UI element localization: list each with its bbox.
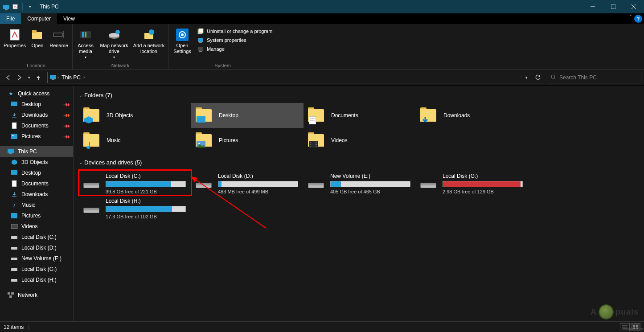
minimize-button[interactable] (582, 0, 603, 13)
recent-locations-button[interactable]: ▾ (26, 72, 32, 83)
folder-item[interactable]: Videos (304, 128, 416, 153)
tab-view[interactable]: View (57, 13, 81, 24)
svg-rect-30 (52, 79, 54, 80)
ribbon-group-system-label: System (170, 62, 275, 68)
sidebar-thispc[interactable]: This PC (0, 146, 73, 157)
tab-computer[interactable]: Computer (21, 13, 57, 24)
svg-rect-72 (636, 325, 638, 327)
folder-item[interactable]: Documents (304, 103, 416, 128)
close-button[interactable] (623, 0, 644, 13)
drive-item[interactable]: Local Disk (H:) 17.3 GB free of 102 GB (79, 195, 191, 220)
sidebar-disk-g[interactable]: Local Disk (G:) (0, 264, 73, 275)
svg-rect-13 (82, 32, 84, 37)
drive-usage-bar (330, 181, 410, 187)
breadcrumb-thispc[interactable]: This PC (59, 74, 83, 81)
access-media-button[interactable]: Access media▾ (74, 26, 97, 62)
drive-item[interactable]: New Volume (E:) 405 GB free of 465 GB (304, 170, 416, 195)
sidebar-disk-d[interactable]: Local Disk (D:) (0, 242, 73, 253)
maximize-button[interactable] (603, 0, 623, 13)
desktop-icon (11, 101, 18, 108)
forward-button[interactable] (14, 72, 25, 83)
sidebar-disk-e[interactable]: New Volume (E:) (0, 253, 73, 264)
desktop-icon (11, 169, 18, 176)
drive-free-text: 2.98 GB free of 129 GB (443, 189, 525, 194)
navbar: ▾ › This PC › ▾ Search This PC (0, 70, 644, 86)
open-settings-button[interactable]: Open Settings (170, 26, 194, 56)
sidebar-pictures2[interactable]: Pictures (0, 210, 73, 221)
properties-button[interactable]: Properties (2, 26, 28, 50)
svg-rect-28 (199, 51, 202, 52)
collapse-ribbon-icon[interactable]: ˆ (630, 15, 632, 20)
sidebar-network[interactable]: Network (0, 290, 73, 300)
folder-name: Downloads (443, 112, 470, 119)
history-dropdown-icon[interactable]: ▾ (521, 72, 532, 83)
folder-item[interactable]: 3D Objects (79, 103, 191, 128)
svg-point-19 (149, 29, 154, 35)
svg-rect-65 (316, 144, 317, 145)
drive-icon (11, 234, 18, 241)
pictures-icon (11, 212, 18, 219)
back-button[interactable] (3, 72, 13, 83)
sidebar-videos[interactable]: Videos (0, 221, 73, 232)
uninstall-button[interactable]: Uninstall or change a program (194, 27, 275, 36)
svg-rect-27 (198, 47, 203, 51)
drive-item[interactable]: Local Disk (G:) 2.98 GB free of 129 GB (416, 170, 528, 195)
sidebar-downloads2[interactable]: Downloads (0, 189, 73, 200)
drive-name: Local Disk (D:) (218, 173, 300, 179)
sidebar-documents[interactable]: Documents📌 (0, 120, 73, 131)
address-bar[interactable]: › This PC › ▾ (47, 72, 544, 83)
refresh-button[interactable] (532, 72, 544, 83)
up-button[interactable] (33, 72, 44, 83)
svg-rect-48 (11, 268, 17, 271)
system-properties-button[interactable]: System properties (194, 36, 275, 45)
folder-item[interactable]: Pictures (191, 128, 304, 153)
qat-dropdown-icon[interactable]: ▾ (26, 3, 33, 10)
svg-rect-46 (11, 247, 17, 250)
chevron-right-icon[interactable]: › (83, 75, 85, 80)
map-drive-label: Map network drive (98, 43, 131, 54)
drive-free-text: 405 GB free of 465 GB (330, 189, 412, 194)
videos-icon (11, 223, 18, 230)
music-icon: ♪ (11, 201, 18, 209)
section-drives-header[interactable]: ⌄Devices and drives (5) (79, 159, 639, 166)
folder-item[interactable]: Music (79, 128, 191, 153)
drive-item[interactable]: Local Disk (C:) 39.8 GB free of 221 GB (79, 170, 191, 195)
manage-button[interactable]: Manage (194, 45, 275, 53)
section-folders-header[interactable]: ⌄Folders (7) (79, 92, 639, 98)
folder-item[interactable]: Desktop (191, 103, 304, 128)
downloads-icon (11, 111, 18, 119)
add-network-location-button[interactable]: Add a network location (131, 26, 166, 56)
tab-file[interactable]: File (0, 13, 21, 24)
drive-item[interactable]: Local Disk (D:) 483 MB free of 499 MB (191, 170, 304, 195)
search-input[interactable]: Search This PC (548, 72, 641, 83)
sidebar-disk-c[interactable]: Local Disk (C:) (0, 232, 73, 242)
network-icon (7, 291, 14, 299)
sidebar-disk-h[interactable]: Local Disk (H:) (0, 275, 73, 285)
sidebar-documents2[interactable]: Documents (0, 178, 73, 189)
sidebar-quick-access[interactable]: ★Quick access (0, 88, 73, 99)
downloads-icon (11, 191, 18, 198)
svg-point-57 (86, 146, 90, 149)
pin-icon: 📌 (63, 133, 70, 140)
svg-rect-49 (11, 279, 17, 282)
svg-rect-53 (197, 116, 205, 123)
open-button[interactable]: Open (28, 26, 47, 50)
qat-properties-icon[interactable] (12, 3, 19, 10)
help-icon[interactable]: ? (634, 15, 642, 23)
folder-item[interactable]: Downloads (416, 103, 528, 128)
sidebar-music[interactable]: ♪Music (0, 200, 73, 210)
sidebar-desktop2[interactable]: Desktop (0, 168, 73, 178)
sidebar-pictures[interactable]: Pictures📌 (0, 131, 73, 142)
content-area: ⌄Folders (7) 3D ObjectsDesktopDocumentsD… (74, 86, 644, 321)
open-label: Open (32, 43, 44, 49)
sidebar-desktop[interactable]: Desktop📌 (0, 99, 73, 110)
map-network-drive-button[interactable]: Map network drive▾ (97, 26, 131, 62)
ribbon-group-network: Access media▾ Map network drive▾ Add a n… (73, 24, 168, 69)
folder-icon (82, 131, 100, 149)
rename-button[interactable]: Rename (47, 26, 70, 50)
sidebar-3dobjects[interactable]: 3D Objects (0, 157, 73, 168)
properties-label: Properties (4, 43, 26, 49)
sidebar-downloads[interactable]: Downloads📌 (0, 110, 73, 120)
drive-name: Local Disk (C:) (106, 173, 188, 179)
drive-icon (82, 176, 100, 190)
